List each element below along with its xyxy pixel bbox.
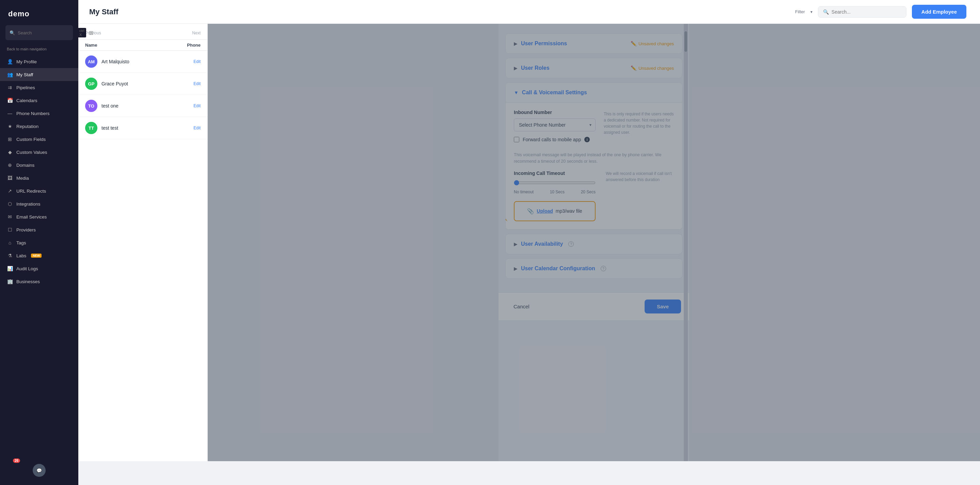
sidebar-item-audit-logs[interactable]: 📊 Audit Logs bbox=[0, 262, 78, 275]
help-icon[interactable]: ? bbox=[601, 266, 606, 271]
edit-link-testone[interactable]: Edit bbox=[193, 103, 200, 108]
avatar-initials: TT bbox=[89, 126, 94, 131]
edit-link-testtest[interactable]: Edit bbox=[193, 126, 200, 130]
save-button[interactable]: Save bbox=[644, 299, 681, 313]
sidebar-item-integrations[interactable]: ⬡ Integrations bbox=[0, 197, 78, 210]
sidebar-item-reputation[interactable]: ★ Reputation bbox=[0, 120, 78, 133]
pipe-icon: ⇉ bbox=[7, 84, 13, 91]
sidebar-item-labs[interactable]: ⚗ Labs NEW bbox=[0, 249, 78, 262]
modal-footer: Cancel Save bbox=[498, 293, 689, 320]
user-calendar-title: User Calendar Configuration bbox=[521, 266, 595, 272]
sidebar-item-domains[interactable]: ⊕ Domains bbox=[0, 159, 78, 172]
user-roles-unsaved-badge: ✏️ Unsaved changes bbox=[631, 65, 674, 71]
timeout-area: Incoming Call Timeout No timeout 10 Secs… bbox=[514, 170, 674, 194]
avatar-initials: TO bbox=[88, 103, 94, 108]
sidebar-item-providers[interactable]: ☐ Providers bbox=[0, 223, 78, 236]
sidebar-item-label: Pipelines bbox=[16, 85, 35, 90]
sidebar-item-my-profile[interactable]: 👤 My Profile bbox=[0, 55, 78, 68]
user-roles-header[interactable]: ▶ User Roles ✏️ Unsaved changes bbox=[506, 58, 682, 78]
search-icon: 🔍 bbox=[823, 9, 829, 14]
sidebar-item-pipelines[interactable]: ⇉ Pipelines bbox=[0, 81, 78, 94]
chevron-down-icon[interactable]: ▾ bbox=[810, 10, 813, 14]
slider-label-20-secs: 20 Secs bbox=[581, 189, 595, 194]
sidebar-item-phone-numbers[interactable]: — Phone Numbers bbox=[0, 107, 78, 120]
scrollbar[interactable] bbox=[684, 24, 688, 461]
staff-search-input[interactable] bbox=[832, 9, 901, 14]
staff-item-art[interactable]: AM Art Malquisto Edit bbox=[78, 51, 207, 73]
staff-item-testtest[interactable]: TT test test Edit bbox=[78, 117, 207, 139]
user-permissions-section: ▶ User Permissions ✏️ Unsaved changes bbox=[505, 33, 682, 54]
forward-calls-checkbox[interactable] bbox=[514, 137, 519, 142]
add-employee-button[interactable]: Add Employee bbox=[912, 5, 966, 19]
search-shortcut: ctrl X bbox=[78, 28, 86, 37]
name-column-header: Name bbox=[85, 43, 160, 48]
user-permissions-title: User Permissions bbox=[521, 40, 567, 47]
staff-item-grace[interactable]: GP Grace Puyot Edit bbox=[78, 73, 207, 95]
avatar-grace: GP bbox=[85, 78, 97, 90]
sidebar-item-url-redirects[interactable]: ↗ URL Redirects bbox=[0, 184, 78, 197]
flask-icon: ⚗ bbox=[7, 253, 13, 259]
help-icon[interactable]: ? bbox=[568, 241, 574, 247]
staff-filter-bar: Previous Next bbox=[78, 29, 207, 40]
sidebar-item-calendars[interactable]: 📅 Calendars bbox=[0, 94, 78, 107]
sidebar-item-label: Reputation bbox=[16, 124, 38, 129]
sidebar-item-custom-fields[interactable]: ⊞ Custom Fields bbox=[0, 133, 78, 146]
top-bar-search[interactable]: 🔍 bbox=[818, 6, 907, 18]
sidebar-item-media[interactable]: 🖼 Media bbox=[0, 172, 78, 184]
sidebar-item-label: Media bbox=[16, 176, 29, 181]
voicemail-hint: This voicemail message will be played in… bbox=[514, 152, 674, 165]
sidebar-item-label: Calendars bbox=[16, 98, 37, 103]
section-header-left: ▶ User Permissions bbox=[514, 40, 567, 47]
user-availability-title: User Availability bbox=[521, 241, 563, 247]
sidebar-item-tags[interactable]: ⌂ Tags bbox=[0, 236, 78, 249]
filter-icon[interactable]: ⊞ bbox=[89, 30, 93, 36]
sidebar-logo: demo bbox=[0, 0, 78, 25]
timeout-slider[interactable] bbox=[514, 180, 595, 186]
user-availability-header[interactable]: ▶ User Availability ? bbox=[506, 234, 682, 254]
cancel-button[interactable]: Cancel bbox=[507, 300, 536, 313]
chevron-right-icon: ▶ bbox=[514, 266, 518, 271]
sidebar-item-label: My Staff bbox=[16, 72, 33, 77]
chevron-down-icon: ▼ bbox=[514, 90, 519, 95]
people-icon: 👥 bbox=[7, 72, 13, 78]
slider-label-no-timeout: No timeout bbox=[514, 189, 534, 194]
form-panel: ▶ User Permissions ✏️ Unsaved changes bbox=[498, 24, 689, 461]
user-permissions-header[interactable]: ▶ User Permissions ✏️ Unsaved changes bbox=[506, 34, 682, 53]
chat-button[interactable]: 💬 26 bbox=[0, 456, 78, 485]
avatar-testtest: TT bbox=[85, 122, 97, 134]
sidebar-item-custom-values[interactable]: ◆ Custom Values bbox=[0, 146, 78, 159]
chat-avatar: 💬 bbox=[33, 464, 46, 477]
upload-area: 📎 Upload mp3/wav file bbox=[514, 194, 595, 221]
sidebar-item-my-staff[interactable]: 👥 My Staff bbox=[0, 68, 78, 81]
edit-link-art[interactable]: Edit bbox=[193, 59, 200, 64]
sidebar-item-businesses[interactable]: 🏢 Businesses bbox=[0, 275, 78, 288]
paperclip-icon: 📎 bbox=[527, 208, 534, 215]
upload-box[interactable]: 📎 Upload mp3/wav file bbox=[514, 201, 595, 221]
edit-link-grace[interactable]: Edit bbox=[193, 81, 200, 86]
link-icon: ↗ bbox=[7, 188, 13, 194]
user-calendar-section: ▶ User Calendar Configuration ? bbox=[505, 258, 682, 279]
inbound-number-hint: This is only required if the users needs… bbox=[604, 110, 674, 135]
call-voicemail-header[interactable]: ▼ Call & Voicemail Settings bbox=[506, 83, 682, 102]
user-calendar-header[interactable]: ▶ User Calendar Configuration ? bbox=[506, 259, 682, 278]
box-icon: ☐ bbox=[7, 227, 13, 233]
sidebar: demo 🔍 ctrl X ⊞ Back to main navigation … bbox=[0, 0, 78, 485]
staff-item-testone[interactable]: TO test one Edit bbox=[78, 95, 207, 117]
sidebar-search-bar[interactable]: 🔍 ctrl X ⊞ bbox=[5, 25, 73, 40]
scroll-thumb[interactable] bbox=[684, 31, 687, 52]
section-header-left: ▼ Call & Voicemail Settings bbox=[514, 89, 587, 95]
main-layout: Previous Next Name Phone AM Art Malquist… bbox=[78, 24, 980, 485]
sidebar-item-email-services[interactable]: ✉ Email Services bbox=[0, 210, 78, 223]
staff-name-testtest: test test bbox=[102, 125, 189, 131]
calendar-icon: 📅 bbox=[7, 97, 13, 103]
globe-icon: ⊕ bbox=[7, 162, 13, 168]
chart-icon: 📊 bbox=[7, 266, 13, 272]
phone-number-select-wrapper[interactable]: Select Phone Number ▾ bbox=[514, 118, 595, 131]
phone-number-select[interactable]: Select Phone Number bbox=[514, 118, 595, 131]
staff-list-header: Name Phone bbox=[78, 40, 207, 51]
inbound-number-left: Inbound Number Select Phone Number ▾ bbox=[514, 110, 595, 142]
info-icon[interactable]: i bbox=[584, 137, 590, 142]
upload-link[interactable]: Upload bbox=[537, 208, 553, 214]
upload-text: mp3/wav file bbox=[556, 208, 582, 214]
search-input[interactable] bbox=[18, 30, 75, 35]
